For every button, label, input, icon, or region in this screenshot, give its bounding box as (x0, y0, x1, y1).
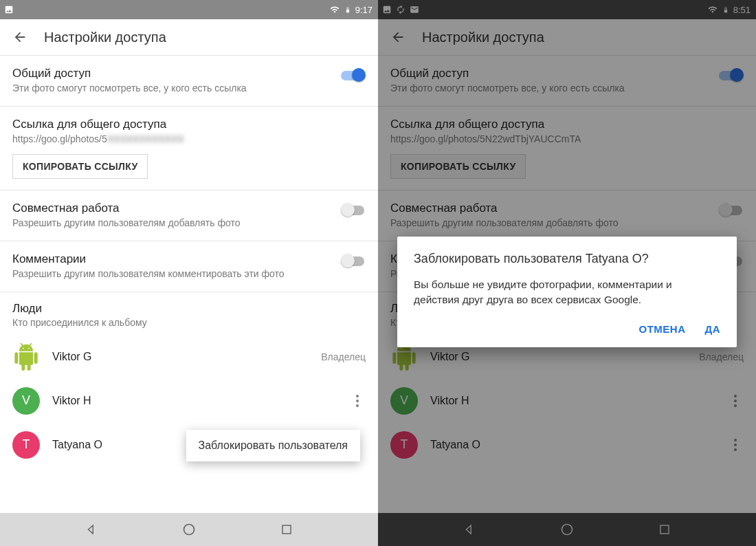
nav-home-icon[interactable] (559, 522, 575, 537)
dialog-cancel-button[interactable]: ОТМЕНА (638, 323, 685, 335)
dialog-body: Вы больше не увидите фотографии, коммент… (414, 277, 720, 308)
comments-toggle[interactable] (341, 254, 366, 267)
app-bar: Настройки доступа (0, 19, 378, 55)
wifi-icon (329, 5, 340, 14)
comments-section[interactable]: Комментарии Разрешить другим пользовател… (0, 241, 378, 292)
picture-icon (382, 5, 392, 14)
sharing-section[interactable]: Общий доступ Эти фото смогут посмотреть … (378, 55, 756, 106)
people-subtitle: Кто присоединился к альбому (12, 317, 366, 328)
link-title: Ссылка для общего доступа (390, 118, 744, 131)
nav-bar (378, 513, 756, 546)
person-row: V Viktor H (378, 379, 756, 423)
status-bar: 8:51 (378, 0, 756, 19)
block-user-popup[interactable]: Заблокировать пользователя (186, 430, 360, 461)
person-name: Tatyana O (430, 439, 480, 451)
dialog-confirm-button[interactable]: ДА (704, 323, 720, 335)
person-name: Viktor G (52, 351, 92, 363)
avatar: V (12, 387, 40, 415)
nav-back-icon[interactable] (84, 522, 99, 537)
sharing-section[interactable]: Общий доступ Эти фото смогут посмотреть … (0, 55, 378, 106)
svg-point-0 (184, 525, 194, 535)
nav-bar (0, 513, 378, 546)
sharing-subtitle: Эти фото смогут посмотреть все, у кого е… (390, 82, 744, 95)
collab-title: Совместная работа (390, 201, 744, 215)
link-url: https://goo.gl/photos/5XXXXXXXXXXXX (12, 133, 366, 146)
content: Общий доступ Эти фото смогут посмотреть … (0, 55, 378, 513)
owner-label: Владелец (321, 351, 366, 362)
link-url: https://goo.gl/photos/5N22wdTbjYAUCCmTA (390, 133, 744, 146)
app-bar: Настройки доступа (378, 19, 756, 55)
battery-icon (722, 4, 729, 15)
kebab-icon[interactable] (730, 435, 741, 455)
copy-link-button[interactable]: КОПИРОВАТЬ ССЫЛКУ (390, 154, 526, 179)
avatar: T (12, 431, 40, 459)
avatar: V (390, 387, 418, 415)
sharing-subtitle: Эти фото смогут посмотреть все, у кого е… (12, 82, 366, 95)
comments-subtitle: Разрешить другим пользователям комментир… (12, 267, 366, 281)
person-name: Viktor H (52, 395, 91, 407)
link-title: Ссылка для общего доступа (12, 118, 366, 131)
status-time: 9:17 (355, 5, 373, 15)
sync-icon (396, 5, 405, 14)
kebab-icon[interactable] (352, 391, 363, 411)
kebab-icon[interactable] (730, 391, 741, 411)
picture-icon (4, 5, 14, 14)
people-title: Люди (12, 302, 366, 316)
collab-toggle[interactable] (341, 203, 366, 217)
copy-link-button[interactable]: КОПИРОВАТЬ ССЫЛКУ (12, 154, 148, 179)
link-section: Ссылка для общего доступа https://goo.gl… (378, 106, 756, 190)
collab-subtitle: Разрешить другим пользователям добавлять… (12, 217, 366, 230)
sharing-title: Общий доступ (390, 67, 744, 80)
status-bar: 9:17 (0, 0, 378, 19)
back-icon[interactable] (390, 30, 405, 45)
collab-title: Совместная работа (12, 201, 366, 215)
nav-home-icon[interactable] (181, 522, 197, 537)
status-time: 8:51 (733, 5, 751, 15)
person-name: Viktor H (430, 395, 469, 407)
person-row-owner: Viktor G Владелец (0, 335, 378, 379)
people-heading: Люди Кто присоединился к альбому (0, 292, 378, 335)
nav-recent-icon[interactable] (657, 522, 672, 537)
mail-icon (410, 5, 419, 14)
person-row: T Tatyana O Заблокировать пользователя (0, 423, 378, 467)
avatar: T (390, 431, 418, 459)
android-avatar-icon (12, 343, 40, 371)
person-row: T Tatyana O (378, 423, 756, 467)
dialog-title: Заблокировать пользователя Tatyana O? (414, 252, 720, 266)
sharing-toggle[interactable] (719, 68, 744, 82)
phone-right: 8:51 Настройки доступа Общий доступ Эти … (378, 0, 756, 546)
sharing-title: Общий доступ (12, 67, 366, 80)
person-name: Tatyana O (52, 439, 102, 451)
nav-back-icon[interactable] (462, 522, 477, 537)
collab-section[interactable]: Совместная работа Разрешить другим польз… (0, 190, 378, 241)
svg-point-2 (562, 525, 572, 535)
person-name: Viktor G (430, 351, 470, 363)
collab-section[interactable]: Совместная работа Разрешить другим польз… (378, 190, 756, 241)
appbar-title: Настройки доступа (44, 30, 166, 45)
link-section: Ссылка для общего доступа https://goo.gl… (0, 106, 378, 190)
svg-rect-3 (660, 525, 669, 534)
collab-subtitle: Разрешить другим пользователям добавлять… (390, 217, 744, 230)
battery-icon (344, 4, 351, 15)
sharing-toggle[interactable] (341, 68, 366, 82)
comments-title: Комментарии (12, 252, 366, 266)
block-dialog: Заблокировать пользователя Tatyana O? Вы… (397, 237, 737, 347)
phone-left: 9:17 Настройки доступа Общий доступ Эти … (0, 0, 378, 546)
owner-label: Владелец (699, 351, 744, 362)
collab-toggle[interactable] (719, 203, 744, 217)
wifi-icon (707, 5, 718, 14)
appbar-title: Настройки доступа (422, 30, 544, 45)
svg-rect-1 (282, 525, 291, 534)
person-row: V Viktor H (0, 379, 378, 423)
back-icon[interactable] (12, 30, 27, 45)
nav-recent-icon[interactable] (279, 522, 294, 537)
